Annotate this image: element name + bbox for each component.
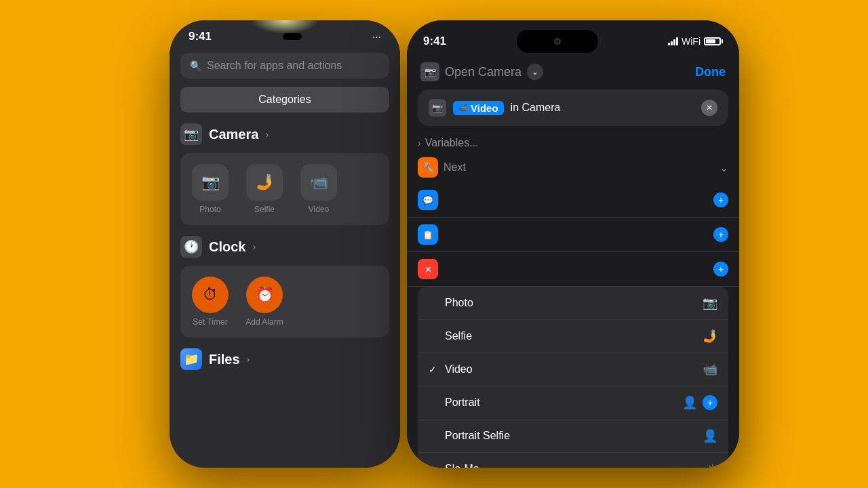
files-section-header[interactable]: 📁 Files ›	[180, 348, 389, 370]
signal-icon	[668, 37, 678, 45]
video-check: ✓	[429, 364, 439, 375]
next-section[interactable]: 🔧 Next ⌄	[407, 152, 739, 183]
chevron-down-icon: ⌄	[532, 67, 538, 77]
variables-chevron-icon: ›	[418, 138, 421, 148]
step-icon-2: 📋	[418, 224, 438, 245]
search-placeholder: Search for apps and actions	[207, 60, 342, 72]
set-timer-label: Set Timer	[193, 317, 227, 327]
add-button-2[interactable]: +	[713, 227, 728, 242]
search-icon: 🔍	[190, 60, 201, 71]
add-button-3[interactable]: +	[713, 262, 728, 277]
files-chevron-icon: ›	[247, 354, 250, 365]
clock-app-name: Clock	[209, 239, 245, 255]
photo-item-label: Photo	[445, 297, 473, 309]
dropdown-item-photo[interactable]: Photo 📷	[418, 287, 728, 320]
video-label: Video	[309, 205, 329, 214]
camera-mode-dropdown: Photo 📷 Selfie 🤳 ✓ Video	[418, 287, 728, 468]
clock-actions-row: ⏱ Set Timer ⏰ Add Alarm	[180, 266, 389, 338]
files-app-icon: 📁	[180, 348, 202, 370]
done-button[interactable]: Done	[695, 65, 726, 79]
signal-bar-1	[668, 43, 670, 45]
status-bar-right: 9:41 WiFi	[407, 20, 739, 57]
dropdown-item-portrait-selfie[interactable]: Portrait Selfie 👤	[418, 420, 728, 453]
battery-tip	[722, 39, 723, 43]
selfie-label: Selfie	[254, 205, 275, 214]
add-alarm-item[interactable]: ⏰ Add Alarm	[240, 277, 289, 327]
dynamic-island-right	[517, 30, 598, 53]
camera-actions-row: 📷 Photo 🤳 Selfie 📹 Video	[180, 153, 389, 225]
categories-button[interactable]: Categories	[180, 87, 389, 113]
selfie-action-item[interactable]: 🤳 Selfie	[240, 164, 289, 214]
video-item-left: ✓ Video	[429, 363, 473, 375]
camera-icon: 📷	[184, 127, 199, 142]
search-bar[interactable]: 🔍 Search for apps and actions	[180, 53, 389, 79]
variables-label: Variables...	[425, 137, 479, 149]
add-alarm-label: Add Alarm	[245, 317, 283, 327]
shortcut-chevron-icon[interactable]: ⌄	[527, 64, 543, 80]
dropdown-item-selfie[interactable]: Selfie 🤳	[418, 320, 728, 353]
slomo-item-left: Slo-Mo	[429, 463, 479, 468]
step-1-icon: 💬	[422, 195, 433, 205]
dots-icon: ⋯	[372, 32, 381, 42]
portrait-add-btn[interactable]: +	[703, 395, 717, 410]
wifi-icon: WiFi	[682, 36, 701, 47]
time-right: 9:41	[423, 35, 446, 48]
photo-action-item[interactable]: 📷 Photo	[186, 164, 235, 214]
video-item-label: Video	[445, 363, 473, 375]
phones-container: 9:41 ⋯ 🔍 Search for apps and actions Cat…	[129, 14, 739, 474]
clock-icon: 🕐	[184, 239, 199, 254]
camera-section: 📷 Camera › 📷 Photo 🤳 Selfie 📹	[170, 123, 400, 225]
add-button-1[interactable]: +	[713, 192, 728, 207]
status-icons-left: ⋯	[372, 32, 381, 42]
slomo-icon: ✳	[707, 462, 717, 468]
signal-bar-2	[671, 41, 673, 45]
selfie-item-label: Selfie	[445, 330, 472, 342]
time-left: 9:41	[189, 30, 212, 43]
shortcut-action[interactable]: 📷 Open Camera ⌄	[420, 62, 543, 81]
camera-mini-icon: 📷	[429, 99, 446, 117]
camera-pill-in-text: in Camera	[511, 102, 561, 114]
video-icon: 📹	[300, 164, 337, 201]
clock-section-header[interactable]: 🕐 Clock ›	[180, 236, 389, 258]
dropdown-item-video[interactable]: ✓ Video 📹	[418, 353, 728, 386]
timer-icon: ⏱	[192, 277, 229, 313]
shortcut-camera-icon: 📷	[420, 62, 439, 81]
photo-item-icon: 📷	[703, 296, 717, 310]
shortcut-title: Open Camera	[445, 65, 521, 79]
step-3-icon: ✕	[425, 264, 432, 274]
portrait-item-label: Portrait	[445, 396, 480, 409]
camera-section-header[interactable]: 📷 Camera ›	[180, 123, 389, 145]
clock-app-icon: 🕐	[180, 236, 202, 258]
set-timer-item[interactable]: ⏱ Set Timer	[186, 277, 235, 327]
video-tag-icon: 📹	[458, 104, 468, 113]
files-section: 📁 Files ›	[170, 348, 400, 378]
video-action-item[interactable]: 📹 Video	[294, 164, 343, 214]
camera-app-name: Camera	[209, 127, 258, 142]
portrait-right: 👤 +	[682, 395, 717, 410]
expand-icon[interactable]: ⌄	[719, 161, 728, 174]
dropdown-item-slomo[interactable]: Slo-Mo ✳	[418, 453, 728, 468]
variables-row[interactable]: › Variables...	[407, 131, 739, 152]
battery-fill	[706, 39, 715, 43]
video-tag-text: Video	[471, 102, 498, 114]
step-row-2[interactable]: 📋 +	[407, 218, 739, 252]
signal-bar-3	[673, 39, 675, 45]
dropdown-item-portrait[interactable]: Portrait 👤 +	[418, 386, 728, 420]
camera-action-pill[interactable]: 📷 📹 Video in Camera ✕	[418, 89, 728, 126]
status-bar-left: 9:41 ⋯	[170, 20, 400, 47]
close-icon[interactable]: ✕	[701, 100, 717, 116]
battery-body	[704, 37, 721, 45]
left-phone: 9:41 ⋯ 🔍 Search for apps and actions Cat…	[170, 20, 400, 468]
step-row-1[interactable]: 💬 +	[407, 183, 739, 218]
files-app-name: Files	[209, 352, 240, 367]
camera-app-icon: 📷	[180, 123, 202, 145]
dynamic-island-left	[283, 33, 302, 40]
selfie-icon: 🤳	[246, 164, 283, 201]
status-icons-right: WiFi	[668, 36, 723, 47]
selfie-item-left: Selfie	[429, 330, 472, 342]
battery-icon	[704, 37, 723, 45]
step-icon-1: 💬	[418, 190, 438, 210]
next-label: Next	[443, 161, 466, 174]
next-step-icon: 🔧	[418, 157, 438, 178]
step-row-3[interactable]: ✕ +	[407, 252, 739, 287]
